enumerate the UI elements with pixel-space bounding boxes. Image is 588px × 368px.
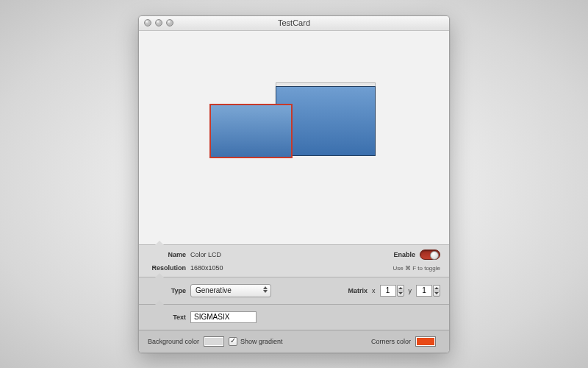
name-value: Color LCD <box>190 251 221 258</box>
corners-color-label: Corners color <box>371 338 411 345</box>
text-label: Text <box>148 314 190 321</box>
minimize-icon[interactable] <box>155 19 162 26</box>
show-gradient-checkbox[interactable] <box>229 337 237 346</box>
corners-color-swatch[interactable] <box>415 336 436 347</box>
traffic-lights <box>144 19 173 26</box>
type-label: Type <box>148 287 190 294</box>
zoom-icon[interactable] <box>166 19 173 26</box>
matrix-x-field[interactable] <box>380 285 396 297</box>
resolution-value: 1680x1050 <box>190 264 223 272</box>
text-panel: Text <box>139 304 449 330</box>
matrix-x-label: x <box>372 287 376 294</box>
type-value: Generative <box>196 286 232 294</box>
info-panel: Name Color LCD Enable Resolution 1680x10… <box>139 244 449 277</box>
stepper-down-icon[interactable] <box>433 291 440 297</box>
window-title: TestCard <box>139 18 449 27</box>
text-field[interactable] <box>190 311 257 323</box>
enable-hint: Use ⌘ F to toggle <box>393 265 440 272</box>
color-panel: Background color Show gradient Corners c… <box>139 330 449 353</box>
enable-label: Enable <box>393 251 415 258</box>
matrix-y-label: y <box>409 287 412 294</box>
bg-color-label: Background color <box>148 338 199 345</box>
matrix-label: Matrix <box>348 287 368 294</box>
stepper-up-icon[interactable] <box>433 285 440 291</box>
type-panel: Type Generative Matrix x y <box>139 277 449 304</box>
app-window: TestCard Name Color LCD Enable Resolutio… <box>138 15 450 353</box>
resolution-label: Resolution <box>148 264 190 272</box>
primary-display[interactable] <box>209 104 293 158</box>
chevron-updown-icon <box>263 286 268 293</box>
matrix-y-field[interactable] <box>416 285 432 297</box>
enable-toggle[interactable] <box>420 250 440 260</box>
show-gradient-label: Show gradient <box>240 338 283 345</box>
preview-area <box>139 31 449 244</box>
close-icon[interactable] <box>144 19 151 26</box>
stepper-up-icon[interactable] <box>397 285 404 291</box>
titlebar[interactable]: TestCard <box>139 16 449 31</box>
type-select[interactable]: Generative <box>190 284 271 297</box>
bg-color-swatch[interactable] <box>204 336 224 347</box>
matrix-y-stepper[interactable] <box>416 285 440 297</box>
matrix-x-stepper[interactable] <box>380 285 404 297</box>
name-label: Name <box>148 251 190 258</box>
stepper-down-icon[interactable] <box>397 291 404 297</box>
